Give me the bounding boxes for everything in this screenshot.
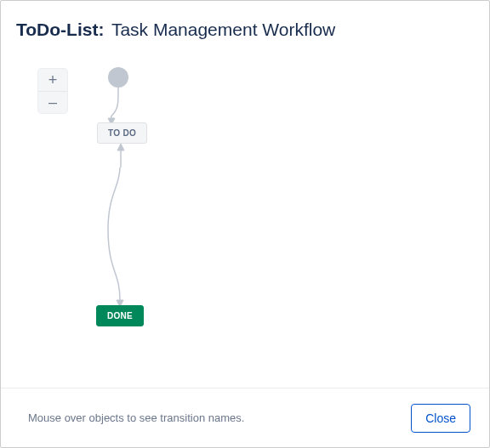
zoom-in-button[interactable]: + (38, 69, 67, 91)
status-label: DONE (107, 311, 133, 320)
header-prefix: ToDo-List: (16, 20, 104, 39)
footer-hint: Mouse over objects to see transition nam… (28, 411, 244, 424)
edge-start-to-todo (99, 88, 133, 125)
plus-icon: + (48, 71, 58, 89)
workflow-canvas[interactable]: + – TO DO DONE (1, 50, 489, 373)
close-button[interactable]: Close (411, 404, 470, 433)
header-title: Task Management Workflow (111, 20, 335, 39)
zoom-controls: + – (38, 69, 67, 113)
dialog-header: ToDo-List: Task Management Workflow (1, 1, 489, 50)
workflow-dialog: ToDo-List: Task Management Workflow + – … (0, 0, 490, 448)
zoom-out-button[interactable]: – (38, 91, 67, 113)
status-node-done[interactable]: DONE (96, 305, 144, 326)
status-node-todo[interactable]: TO DO (97, 122, 147, 144)
close-button-label: Close (425, 411, 456, 425)
edge-todo-to-done (101, 144, 135, 307)
status-label: TO DO (108, 128, 136, 138)
minus-icon: – (48, 94, 57, 111)
dialog-footer: Mouse over objects to see transition nam… (1, 388, 489, 447)
start-node[interactable] (108, 67, 128, 88)
